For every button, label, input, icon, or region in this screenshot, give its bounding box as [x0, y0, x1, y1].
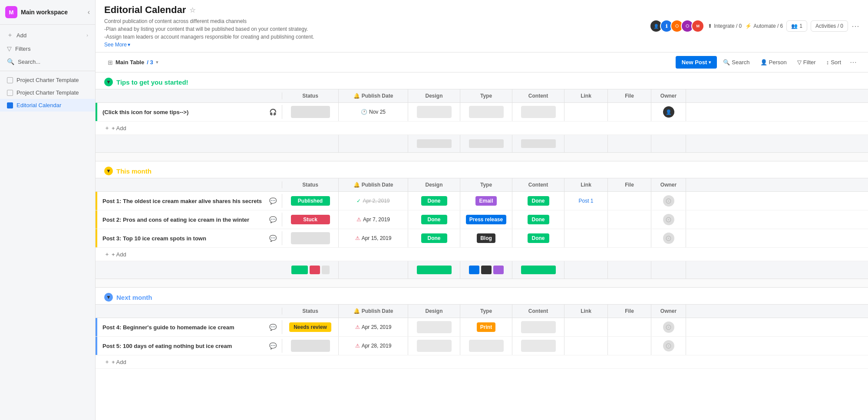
col-header-file: File: [608, 89, 651, 102]
summary-bar-gray: [322, 266, 330, 274]
row-type-cell[interactable]: Blog: [460, 229, 512, 247]
integrate-button[interactable]: ⬆ Integrate / 0: [708, 23, 742, 29]
row-owner-cell[interactable]: ⊙: [651, 192, 686, 210]
row-owner-cell[interactable]: 👤: [651, 103, 686, 121]
summary-type: [460, 261, 512, 279]
design-badge: Done: [421, 233, 447, 243]
page-description: Control publication of content across di…: [104, 17, 408, 41]
next-month-add-row[interactable]: ＋ + Add: [96, 355, 868, 369]
automate-button[interactable]: ⚡ Automate / 6: [745, 23, 783, 29]
row-link-cell[interactable]: [564, 229, 608, 247]
col-header-link: Link: [564, 178, 608, 191]
row-publish-cell[interactable]: ✓ Apr 2, 2019: [339, 192, 408, 210]
row-owner-cell[interactable]: ⊙: [651, 337, 686, 355]
row-design-cell[interactable]: Done: [408, 210, 460, 229]
col-header-publish: 🔔 Publish Date: [339, 89, 408, 102]
row-type-cell[interactable]: Print: [460, 318, 512, 336]
sidebar-item-project2[interactable]: Project Charter Template: [0, 86, 95, 99]
chat-icon[interactable]: 💬: [269, 342, 277, 349]
row-publish-cell[interactable]: ⚠ Apr 25, 2019: [339, 318, 408, 336]
sidebar-collapse-button[interactable]: ‹: [88, 8, 90, 16]
row-status-cell[interactable]: Stuck: [282, 210, 339, 229]
row-link-cell[interactable]: [564, 318, 608, 336]
post-link[interactable]: Post 1: [578, 198, 593, 204]
chat-icon[interactable]: 💬: [269, 235, 277, 242]
members-button[interactable]: 👥 1: [786, 20, 807, 32]
row-publish-cell[interactable]: ⚠ Apr 7, 2019: [339, 210, 408, 229]
chat-icon[interactable]: 💬: [269, 216, 277, 223]
row-file-cell[interactable]: [608, 210, 651, 229]
row-link-cell[interactable]: Post 1: [564, 192, 608, 210]
row-design-cell[interactable]: [408, 318, 460, 336]
row-type-cell[interactable]: Press release: [460, 210, 512, 229]
row-content-cell[interactable]: [512, 337, 564, 355]
row-design-cell[interactable]: [408, 103, 460, 121]
row-file-cell[interactable]: [608, 318, 651, 336]
toolbar-more-button[interactable]: ⋯: [847, 56, 859, 68]
filter-button[interactable]: ▽ Filter: [793, 56, 820, 68]
person-button[interactable]: 👤 Person: [756, 56, 791, 68]
automate-label: Automate / 6: [753, 23, 783, 29]
tip-icon[interactable]: 🎧: [269, 108, 277, 115]
row-design-cell[interactable]: [408, 337, 460, 355]
chat-icon[interactable]: 💬: [269, 324, 277, 331]
collaborator-avatars: 👤 ℹ ⬡ ⬡ M: [650, 20, 704, 33]
row-owner-cell[interactable]: ⊙: [651, 229, 686, 247]
row-status-cell[interactable]: [282, 229, 339, 247]
summary-status: [282, 261, 339, 279]
row-publish-cell[interactable]: ⚠ Apr 15, 2019: [339, 229, 408, 247]
page-title: Editorial Calendar: [104, 4, 186, 16]
header-more-button[interactable]: ⋯: [851, 21, 859, 31]
row-publish-cell[interactable]: ⚠ Apr 28, 2019: [339, 337, 408, 355]
sidebar-nav: ＋ Add › ▽ Filters 🔍 Search... Project Ch…: [0, 25, 95, 115]
row-content-cell[interactable]: Done: [512, 192, 564, 210]
row-type-cell[interactable]: [460, 337, 512, 355]
row-file-cell[interactable]: [608, 192, 651, 210]
sidebar-filters-item[interactable]: ▽ Filters: [0, 42, 95, 55]
add-arrow-icon: ›: [86, 33, 88, 38]
sidebar-search-item[interactable]: 🔍 Search...: [0, 55, 95, 68]
col-header-status: Status: [282, 178, 339, 191]
row-content-cell[interactable]: Done: [512, 229, 564, 247]
sort-button[interactable]: ↕ Sort: [822, 56, 845, 68]
row-status-cell[interactable]: [282, 103, 339, 121]
row-status-cell[interactable]: [282, 337, 339, 355]
sidebar-add-item[interactable]: ＋ Add ›: [0, 28, 95, 42]
row-content-cell[interactable]: [512, 318, 564, 336]
tips-add-row[interactable]: ＋ + Add: [96, 121, 868, 135]
alert-red-icon: ⚠: [355, 324, 360, 330]
row-owner-cell[interactable]: ⊙: [651, 210, 686, 229]
table-count: / 3: [147, 59, 153, 66]
row-link-cell[interactable]: [564, 103, 608, 121]
col-header-content: Content: [512, 178, 564, 191]
row-publish-cell[interactable]: 🕐 Nov 25: [339, 103, 408, 121]
row-content-cell[interactable]: Done: [512, 210, 564, 229]
search-button[interactable]: 🔍 Search: [719, 56, 754, 68]
see-more-link[interactable]: See More ▾: [104, 42, 130, 48]
row-link-cell[interactable]: [564, 210, 608, 229]
favorite-star-icon[interactable]: ☆: [189, 6, 195, 14]
row-name-text: Post 1: The oldest ice cream maker alive…: [102, 198, 266, 204]
row-status-cell[interactable]: Published: [282, 192, 339, 210]
group-next-month: ▼ Next month Status 🔔 Publish Date Desig…: [96, 288, 868, 369]
row-file-cell[interactable]: [608, 103, 651, 121]
row-owner-cell[interactable]: ⊙: [651, 318, 686, 336]
summary-bar: [521, 266, 556, 274]
new-post-button[interactable]: New Post ▾: [676, 56, 717, 69]
row-design-cell[interactable]: Done: [408, 192, 460, 210]
row-content-cell[interactable]: [512, 103, 564, 121]
sidebar-item-project1[interactable]: Project Charter Template: [0, 74, 95, 86]
activities-button[interactable]: Activities / 0: [811, 20, 848, 32]
row-file-cell[interactable]: [608, 229, 651, 247]
chat-icon[interactable]: 💬: [269, 197, 277, 204]
row-type-cell[interactable]: [460, 103, 512, 121]
row-file-cell[interactable]: [608, 337, 651, 355]
table-selector[interactable]: ⊞ Main Table / 3 ▾: [104, 57, 162, 68]
row-type-cell[interactable]: Email: [460, 192, 512, 210]
row-design-cell[interactable]: Done: [408, 229, 460, 247]
row-status-cell[interactable]: Needs review: [282, 318, 339, 336]
row-name-text: Post 3: Top 10 ice cream spots in town: [102, 235, 266, 242]
sidebar-item-editorial-calendar[interactable]: Editorial Calendar: [0, 99, 95, 112]
this-month-add-row[interactable]: ＋ + Add: [96, 248, 868, 261]
row-link-cell[interactable]: [564, 337, 608, 355]
